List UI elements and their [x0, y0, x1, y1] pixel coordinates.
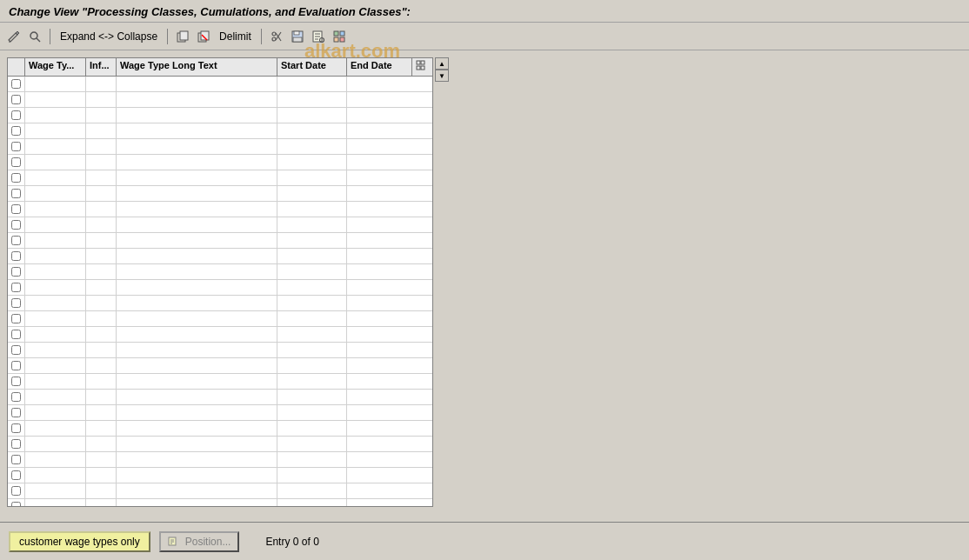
table-row[interactable] — [8, 311, 432, 327]
row-startdate — [277, 421, 347, 436]
copy-icon[interactable] — [174, 28, 191, 45]
row-checkbox[interactable] — [8, 155, 25, 170]
position-button[interactable]: Position... — [159, 531, 240, 552]
delete-row-icon[interactable] — [195, 28, 212, 45]
table-row[interactable] — [8, 280, 432, 296]
row-startdate — [277, 468, 347, 483]
row-inf — [86, 77, 117, 91]
row-checkbox[interactable] — [8, 327, 25, 342]
row-checkbox[interactable] — [8, 358, 25, 373]
row-checkbox[interactable] — [8, 139, 25, 154]
table-row[interactable] — [8, 499, 432, 506]
table-row[interactable] — [8, 155, 432, 170]
row-checkbox[interactable] — [8, 296, 25, 310]
table-row[interactable] — [8, 452, 432, 468]
row-inf — [86, 139, 117, 154]
table-row[interactable] — [8, 139, 432, 155]
table-row[interactable] — [8, 249, 432, 264]
row-wagetype — [25, 421, 86, 436]
row-checkbox[interactable] — [8, 468, 25, 483]
find-list-icon[interactable] — [310, 28, 327, 45]
row-checkbox[interactable] — [8, 77, 25, 91]
row-checkbox[interactable] — [8, 217, 25, 232]
toolbar: Expand <-> Collapse Delimit — [0, 23, 969, 50]
row-checkbox[interactable] — [8, 249, 25, 263]
separator-2 — [167, 29, 168, 44]
scissors-icon[interactable] — [268, 28, 285, 45]
row-enddate — [347, 468, 412, 483]
row-wagetype — [25, 139, 86, 154]
table-row[interactable] — [8, 123, 432, 139]
svg-rect-23 — [340, 37, 344, 42]
customer-wage-types-button[interactable]: customer wage types only — [9, 531, 150, 552]
row-startdate — [277, 358, 347, 373]
row-inf — [86, 186, 117, 201]
table-row[interactable] — [8, 202, 432, 217]
table-row[interactable] — [8, 374, 432, 390]
row-checkbox[interactable] — [8, 374, 25, 389]
row-checkbox[interactable] — [8, 92, 25, 107]
table-row[interactable] — [8, 170, 432, 186]
row-checkbox[interactable] — [8, 483, 25, 498]
row-checkbox[interactable] — [8, 123, 25, 138]
scroll-down-button[interactable]: ▼ — [435, 70, 449, 82]
table-row[interactable] — [8, 421, 432, 437]
table-row[interactable] — [8, 233, 432, 249]
row-enddate — [347, 405, 412, 420]
row-checkbox[interactable] — [8, 233, 25, 248]
row-enddate — [347, 139, 412, 154]
position-icon — [168, 536, 180, 548]
row-checkbox[interactable] — [8, 452, 25, 467]
row-checkbox[interactable] — [8, 437, 25, 451]
table-row[interactable] — [8, 468, 432, 483]
row-enddate — [347, 170, 412, 185]
table-row[interactable] — [8, 358, 432, 374]
search-glass-icon[interactable] — [26, 28, 43, 45]
row-checkbox[interactable] — [8, 186, 25, 201]
row-wagetype — [25, 390, 86, 404]
save-icon[interactable] — [289, 28, 306, 45]
table-row[interactable] — [8, 327, 432, 343]
row-checkbox[interactable] — [8, 390, 25, 404]
row-checkbox[interactable] — [8, 170, 25, 185]
row-longtext — [117, 170, 277, 185]
scroll-up-button[interactable]: ▲ — [435, 57, 449, 70]
edit-icon[interactable] — [5, 28, 23, 45]
svg-rect-4 — [180, 31, 188, 40]
table-row[interactable] — [8, 483, 432, 499]
table-row[interactable] — [8, 390, 432, 405]
row-checkbox[interactable] — [8, 311, 25, 326]
row-enddate — [347, 311, 412, 326]
row-checkbox[interactable] — [8, 108, 25, 123]
table-row[interactable] — [8, 437, 432, 452]
svg-point-1 — [30, 32, 37, 39]
row-startdate — [277, 217, 347, 232]
table-row[interactable] — [8, 108, 432, 123]
delimit-button[interactable]: Delimit — [216, 29, 255, 44]
table-row[interactable] — [8, 92, 432, 108]
status-bar: customer wage types only Position... Ent… — [0, 522, 969, 560]
row-checkbox[interactable] — [8, 405, 25, 420]
row-inf — [86, 483, 117, 498]
expand-collapse-button[interactable]: Expand <-> Collapse — [57, 29, 161, 44]
row-startdate — [277, 170, 347, 185]
row-checkbox[interactable] — [8, 343, 25, 357]
row-longtext — [117, 358, 277, 373]
row-checkbox[interactable] — [8, 264, 25, 279]
row-checkbox[interactable] — [8, 202, 25, 217]
row-checkbox[interactable] — [8, 421, 25, 436]
row-checkbox[interactable] — [8, 280, 25, 295]
table-row[interactable] — [8, 77, 432, 92]
header-settings[interactable] — [412, 58, 430, 76]
table-row[interactable] — [8, 296, 432, 311]
svg-rect-27 — [421, 66, 424, 70]
row-startdate — [277, 280, 347, 295]
row-startdate — [277, 311, 347, 326]
table-row[interactable] — [8, 405, 432, 421]
table-row[interactable] — [8, 217, 432, 233]
table-row[interactable] — [8, 264, 432, 280]
row-checkbox[interactable] — [8, 499, 25, 506]
grid-config-icon[interactable] — [331, 28, 348, 45]
table-row[interactable] — [8, 186, 432, 202]
table-row[interactable] — [8, 343, 432, 358]
